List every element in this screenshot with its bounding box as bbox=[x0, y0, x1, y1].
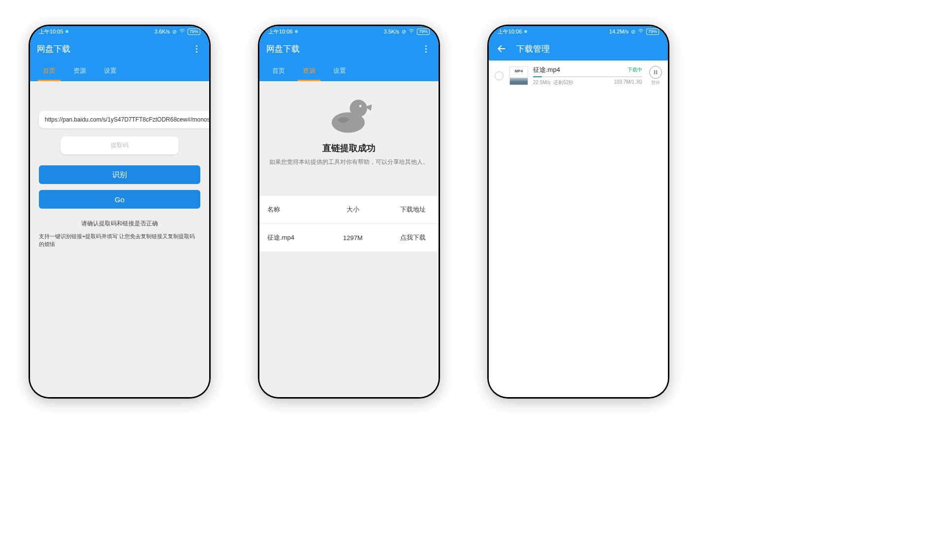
status-dot-icon bbox=[65, 30, 68, 33]
svg-point-2 bbox=[359, 105, 362, 107]
success-title: 直链提取成功 bbox=[267, 142, 431, 154]
status-time: 上午10:06 bbox=[268, 28, 293, 35]
pause-label: 暂停 bbox=[651, 80, 660, 86]
no-sim-icon: ⊘ bbox=[631, 29, 635, 35]
app-bar: 网盘下载 bbox=[30, 37, 209, 61]
hint-secondary: 支持一键识别链接+提取码并填写 让您免去复制链接又复制提取码的烦恼 bbox=[39, 233, 200, 248]
battery-icon: 79% bbox=[417, 29, 430, 35]
overflow-menu-icon[interactable] bbox=[190, 45, 202, 53]
wifi-icon bbox=[638, 29, 644, 34]
col-link-header: 下载地址 bbox=[387, 205, 439, 214]
duck-icon bbox=[325, 95, 373, 134]
status-net: 14.2M/s bbox=[609, 29, 629, 34]
svg-rect-4 bbox=[656, 70, 658, 74]
battery-icon: 79% bbox=[646, 29, 659, 35]
hint-primary: 请确认提取码和链接是否正确 bbox=[39, 219, 200, 228]
no-sim-icon: ⊘ bbox=[172, 29, 177, 35]
status-net: 3.5K/s bbox=[384, 29, 399, 34]
tab-home[interactable]: 首页 bbox=[263, 61, 294, 81]
svg-point-1 bbox=[350, 100, 367, 117]
file-name: 征途.mp4 bbox=[533, 65, 560, 74]
download-item: MP4 征途.mp4 下载中 22.5M/s 还剩52秒 103.7M/1.3G bbox=[489, 61, 668, 91]
tab-resource[interactable]: 资源 bbox=[64, 61, 95, 81]
tab-bar: 首页 资源 设置 bbox=[30, 61, 209, 81]
status-bar: 上午10:06 14.2M/s ⊘ 79% bbox=[489, 26, 668, 37]
tab-settings[interactable]: 设置 bbox=[95, 61, 126, 81]
app-bar: 网盘下载 bbox=[259, 37, 439, 61]
col-name-header: 名称 bbox=[259, 205, 318, 214]
battery-icon: 79% bbox=[188, 29, 200, 35]
app-title: 下载管理 bbox=[516, 43, 550, 55]
url-input[interactable]: https://pan.baidu.com/s/1yS47D7TFT8cFztO… bbox=[39, 111, 209, 128]
app-title: 网盘下载 bbox=[37, 43, 70, 55]
speed-remain: 22.5M/s 还剩52秒 bbox=[533, 79, 573, 86]
back-icon[interactable] bbox=[496, 44, 507, 54]
status-badge: 下载中 bbox=[628, 66, 642, 73]
go-button[interactable]: Go bbox=[39, 190, 200, 209]
status-dot-icon bbox=[295, 30, 298, 33]
tab-bar: 首页 资源 设置 bbox=[259, 61, 439, 81]
app-bar: 下载管理 bbox=[489, 37, 668, 61]
progress-text: 103.7M/1.3G bbox=[614, 79, 642, 86]
status-time: 上午10:05 bbox=[39, 28, 63, 35]
tab-home[interactable]: 首页 bbox=[34, 61, 64, 81]
success-subtitle: 如果您觉得本站提供的工具对你有帮助，可以分享给其他人。 bbox=[267, 158, 431, 166]
select-radio[interactable] bbox=[495, 71, 504, 80]
cell-name: 征途.mp4 bbox=[259, 233, 318, 242]
table-header-row: 名称 大小 下载地址 bbox=[259, 196, 439, 224]
col-size-header: 大小 bbox=[318, 205, 387, 214]
code-input[interactable]: 提取码 bbox=[61, 136, 179, 155]
status-bar: 上午10:06 3.5K/s ⊘ 79% bbox=[259, 26, 439, 37]
status-dot-icon bbox=[524, 30, 527, 33]
pause-button[interactable] bbox=[649, 66, 662, 79]
identify-button[interactable]: 识别 bbox=[39, 165, 200, 184]
no-sim-icon: ⊘ bbox=[402, 29, 406, 35]
status-time: 上午10:06 bbox=[498, 28, 522, 35]
wifi-icon bbox=[409, 29, 414, 34]
table-row: 征途.mp4 1297M 点我下载 bbox=[259, 224, 439, 251]
file-thumbnail: MP4 bbox=[509, 66, 528, 85]
cell-size: 1297M bbox=[318, 234, 387, 242]
tab-settings[interactable]: 设置 bbox=[324, 61, 355, 81]
status-bar: 上午10:05 3.6K/s ⊘ 79% bbox=[30, 26, 209, 37]
result-table: 名称 大小 下载地址 征途.mp4 1297M 点我下载 bbox=[259, 196, 439, 251]
svg-rect-3 bbox=[654, 70, 656, 74]
overflow-menu-icon[interactable] bbox=[420, 45, 432, 53]
progress-bar bbox=[533, 76, 642, 77]
tab-resource[interactable]: 资源 bbox=[294, 61, 324, 81]
app-title: 网盘下载 bbox=[266, 43, 300, 55]
download-link[interactable]: 点我下载 bbox=[387, 233, 439, 242]
status-net: 3.6K/s bbox=[155, 29, 170, 34]
wifi-icon bbox=[179, 29, 185, 34]
